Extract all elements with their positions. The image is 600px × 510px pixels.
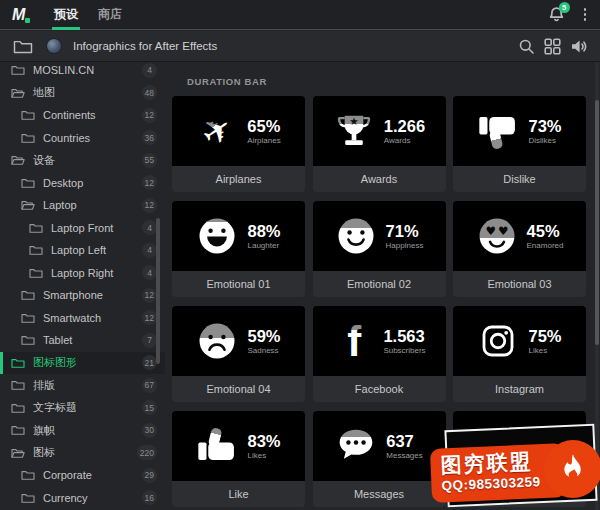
preset-caption: Emotional 03 [453, 271, 586, 297]
logo-green-dot [25, 18, 30, 23]
smiley-face-icon [335, 215, 377, 257]
preset-card-facebook: f 1.563Subscribers Facebook [313, 306, 446, 402]
preset-card-emotional-01: 88%Laughter Emotional 01 [172, 201, 305, 297]
flame-icon [556, 452, 590, 486]
preset-caption: Like [172, 481, 305, 507]
preset-card-emotional-04: 59%Sadness Emotional 04 [172, 306, 305, 402]
sidebar-scrollbar[interactable] [156, 218, 160, 364]
notifications-button[interactable]: 5 [548, 6, 566, 24]
preset-caption: Messages [313, 481, 446, 507]
sidebar-item-icons[interactable]: 图标 220 [0, 442, 165, 465]
preset-caption: Awards [313, 166, 446, 192]
facebook-icon: f [332, 320, 374, 362]
preset-card-airplanes: ✈ 65%Airplanes Airplanes [172, 96, 305, 192]
sidebar-item-countries[interactable]: Countries 36 [0, 127, 165, 150]
sidebar-item-laptop-left[interactable]: Laptop Left 4 [0, 239, 165, 262]
sidebar-item-icon-graphics[interactable]: 图标图形 21 [0, 352, 165, 375]
content-scrollbar[interactable] [595, 100, 599, 345]
preset-caption: Facebook [313, 376, 446, 402]
thumbs-up-icon [196, 425, 238, 467]
sidebar-item-corporate[interactable]: Corporate 29 [0, 464, 165, 487]
section-title: DURATION BAR [187, 76, 600, 87]
sidebar-item-moslin[interactable]: MOSLIN.CN 4 [0, 62, 165, 82]
preset-caption: Instagram [453, 376, 586, 402]
laughing-face-icon [196, 215, 238, 257]
app-window: M 预设 商店 5 Infographics for After Effects [0, 0, 600, 510]
sidebar-item-smartwatch[interactable]: Smartwatch 12 [0, 307, 165, 330]
grid-view-icon[interactable] [544, 38, 561, 55]
thumbs-down-icon [477, 110, 519, 152]
sidebar-item-desktop[interactable]: Desktop 12 [0, 172, 165, 195]
sidebar-item-laptop-front[interactable]: Laptop Front 4 [0, 217, 165, 240]
kebab-menu-icon[interactable] [582, 6, 589, 23]
pack-icon[interactable] [46, 38, 62, 54]
chat-bubble-icon [335, 425, 377, 467]
sad-face-icon [196, 320, 238, 362]
preset-card-awards: ★ 1.266Awards Awards [313, 96, 446, 192]
preset-caption: Emotional 04 [172, 376, 305, 402]
instagram-icon [477, 320, 519, 362]
notification-badge: 5 [559, 2, 570, 13]
preset-card-messages: 637Messages Messages [313, 411, 446, 507]
sidebar-item-currency[interactable]: Currency 16 [0, 487, 165, 510]
sidebar-item-laptop[interactable]: Laptop 12 [0, 194, 165, 217]
preset-card-emotional-02: 71%Happiness Emotional 02 [313, 201, 446, 297]
sidebar-item-tablet[interactable]: Tablet 7 [0, 329, 165, 352]
svg-text:✈: ✈ [196, 110, 238, 152]
breadcrumb-bar: Infographics for After Effects [0, 31, 600, 62]
sidebar-item-devices[interactable]: 设备 55 [0, 149, 165, 172]
preset-caption: Airplanes [172, 166, 305, 192]
preset-caption: Emotional 02 [313, 271, 446, 297]
sidebar: MOSLIN.CN 4 地图 48 Continents 12 Countrie… [0, 62, 165, 510]
search-icon[interactable] [518, 38, 535, 55]
sidebar-item-text-titles[interactable]: 文字标题 15 [0, 397, 165, 420]
preset-card-like: 83%Likes Like [172, 411, 305, 507]
svg-text:♥: ♥ [485, 224, 495, 238]
tab-presets[interactable]: 预设 [52, 0, 80, 30]
sidebar-item-smartphone[interactable]: Smartphone 12 [0, 284, 165, 307]
top-bar: M 预设 商店 5 [0, 0, 600, 30]
preset-caption: Emotional 01 [172, 271, 305, 297]
airplane-icon: ✈ [196, 110, 238, 152]
app-logo[interactable]: M [12, 6, 36, 24]
preset-card-emotional-03: ♥ ♥ 45%Enamored Emotional 03 [453, 201, 586, 297]
sidebar-item-flags[interactable]: 旗帜 30 [0, 419, 165, 442]
folder-icon[interactable] [13, 38, 33, 55]
heart-eyes-face-icon: ♥ ♥ [476, 215, 518, 257]
watermark-flame-circle [544, 440, 600, 498]
sidebar-item-laptop-right[interactable]: Laptop Right 4 [0, 262, 165, 285]
svg-text:♥: ♥ [498, 224, 508, 238]
trophy-icon: ★ [333, 110, 375, 152]
preset-caption: Dislike [453, 166, 586, 192]
sidebar-item-maps[interactable]: 地图 48 [0, 82, 165, 105]
sidebar-item-continents[interactable]: Continents 12 [0, 104, 165, 127]
preset-card-instagram: 75%Likes Instagram [453, 306, 586, 402]
svg-text:f: f [348, 320, 363, 362]
svg-text:★: ★ [349, 115, 358, 127]
preset-card-dislike: 73%Dislikes Dislike [453, 96, 586, 192]
pack-title: Infographics for After Effects [73, 40, 217, 52]
speaker-icon[interactable] [570, 38, 588, 55]
sidebar-item-typography[interactable]: 排版 67 [0, 374, 165, 397]
tab-store[interactable]: 商店 [96, 0, 124, 30]
